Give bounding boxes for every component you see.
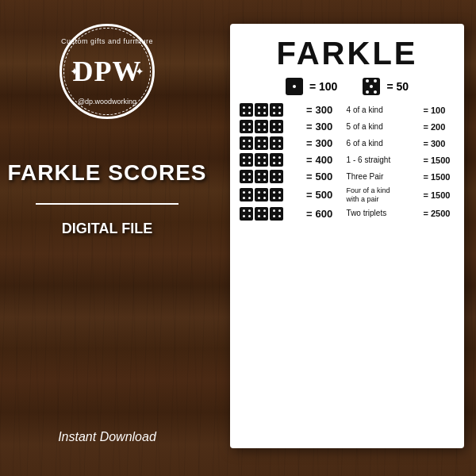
score-label-4: 1 - 6 straight [347, 155, 421, 165]
dice-group-1 [240, 103, 303, 117]
score-right-2: 200 [431, 122, 455, 132]
farkle-card: FARKLE = 100 = 50 [230, 24, 464, 448]
score-label-5: Three Pair [347, 172, 421, 182]
die-6 [270, 120, 283, 133]
die-9 [270, 136, 283, 150]
score-right-5: 1500 [431, 172, 455, 182]
left-panel: Custom gifts and furniture ✦ DPW ✦ @dp.w… [0, 0, 214, 476]
score-row-7: = 600 Two triplets = 2500 [240, 207, 455, 221]
main-title: FARKLE SCORES [7, 159, 206, 187]
die-5 [255, 120, 268, 133]
background: Custom gifts and furniture ✦ DPW ✦ @dp.w… [0, 0, 476, 476]
die-13 [240, 170, 253, 183]
score-right-7: 2500 [431, 209, 455, 218]
die-10 [240, 153, 253, 167]
die-8 [255, 136, 268, 150]
dice-group-6 [240, 188, 303, 202]
dice-group-3 [240, 136, 303, 150]
logo-dpw: DPW [73, 55, 142, 88]
subtitle: DIGITAL FILE [62, 221, 152, 237]
dice-group-7 [240, 207, 303, 221]
logo-bottom-text: @dp.woodworking [78, 98, 136, 106]
score-row-4: = 400 1 - 6 straight = 1500 [240, 153, 455, 167]
five-die-icon [363, 78, 380, 95]
single-die-icon [286, 78, 303, 95]
die-11 [255, 153, 268, 167]
die-4 [240, 120, 253, 133]
score-right-4: 1500 [431, 155, 455, 165]
basic-scores-row: = 100 = 50 [240, 78, 455, 95]
logo-circle: Custom gifts and furniture ✦ DPW ✦ @dp.w… [60, 24, 155, 119]
score-label-3: 6 of a kind [347, 139, 421, 148]
score-label-6: Four of a kindwith a pair [347, 186, 421, 204]
single-die-score: = 100 [309, 80, 337, 93]
score-row-3: = 300 6 of a kind = 300 [240, 136, 455, 150]
instant-download-label: Instant Download [0, 430, 214, 444]
score-row-6: = 500 Four of a kindwith a pair = 1500 [240, 186, 455, 204]
dice-group-2 [240, 120, 303, 133]
die-2 [255, 103, 268, 117]
score-right-3: 300 [431, 139, 455, 148]
die-14 [255, 170, 268, 183]
equals-1: = [306, 104, 313, 116]
die-19 [240, 207, 253, 221]
score-val-1: 300 [316, 104, 344, 116]
five-die-score: = 50 [386, 80, 409, 93]
die-1 [240, 103, 253, 117]
score-row-5: = 500 Three Pair = 1500 [240, 170, 455, 183]
logo-top-text: Custom gifts and furniture [61, 37, 153, 45]
die-7 [240, 136, 253, 150]
die-3 [270, 103, 283, 117]
divider [36, 203, 178, 205]
logo-cross-left-icon: ✦ [70, 65, 79, 78]
score-right-6: 1500 [431, 190, 455, 200]
die-16 [240, 188, 253, 202]
dice-group-5 [240, 170, 303, 183]
die-12 [270, 153, 283, 167]
die-15 [270, 170, 283, 183]
die-21 [270, 207, 283, 221]
die-17 [255, 188, 268, 202]
score-row-1: = 300 4 of a kind = 100 [240, 103, 455, 117]
score-row-2: = 300 5 of a kind = 200 [240, 120, 455, 133]
score-label-1: 4 of a kind [347, 106, 421, 115]
farkle-title: FARKLE [240, 36, 455, 71]
die-18 [270, 188, 283, 202]
logo-cross-right-icon: ✦ [135, 65, 144, 78]
score-label-7: Two triplets [347, 209, 421, 218]
die-20 [255, 207, 268, 221]
dice-group-4 [240, 153, 303, 167]
score-label-2: 5 of a kind [347, 122, 421, 132]
score-right-1: 100 [431, 106, 455, 115]
